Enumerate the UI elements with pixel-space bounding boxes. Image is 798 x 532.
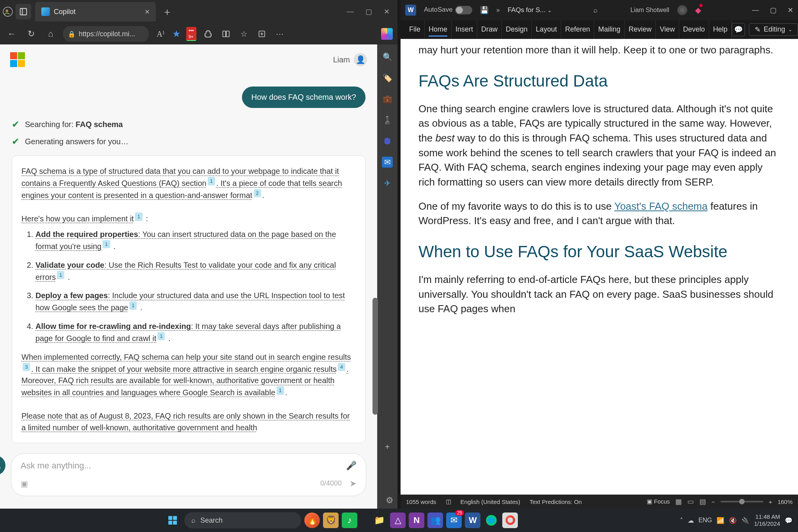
zoom-slider[interactable] [720, 501, 763, 502]
back-button[interactable]: ← [5, 27, 19, 41]
app-icon[interactable]: 🔥 [304, 513, 320, 528]
tabs-sidebar-icon[interactable] [16, 4, 31, 19]
citation-3[interactable]: 3 [23, 363, 30, 371]
doc-link[interactable]: Yoast's FAQ schema [614, 200, 708, 212]
start-button[interactable] [164, 512, 181, 529]
microphone-icon[interactable]: 🎤 [346, 461, 357, 471]
volume-icon[interactable]: 🔇 [729, 517, 737, 524]
lastpass-icon[interactable]: •••9+ [186, 27, 196, 41]
tab-close-icon[interactable]: ✕ [145, 8, 150, 16]
search-icon[interactable]: 🔍 [382, 51, 393, 62]
word-document-body[interactable]: may hurt your retention more than it wil… [401, 39, 798, 495]
tab-home[interactable]: Home [425, 20, 452, 39]
account-avatar-icon[interactable] [677, 5, 687, 15]
menu-icon[interactable]: ⋯ [274, 28, 286, 40]
text-predictions[interactable]: Text Predictions: On [530, 498, 582, 505]
scrollbar-thumb[interactable] [373, 298, 378, 415]
tools-icon[interactable]: 💼 [382, 94, 393, 104]
citation-1[interactable]: 1 [208, 177, 215, 186]
tab-draw[interactable]: Draw [477, 20, 502, 39]
collections-icon[interactable] [256, 28, 268, 40]
onenote-icon[interactable]: N [409, 513, 424, 528]
split-screen-icon[interactable] [220, 28, 232, 40]
wifi-icon[interactable]: 📶 [717, 517, 724, 524]
games-icon[interactable]: ♟️ [382, 115, 393, 125]
favorite-star-icon[interactable]: ★ [172, 28, 181, 39]
tab-design[interactable]: Design [502, 20, 532, 39]
reader-icon[interactable]: A⁾ [154, 28, 167, 40]
outlook-icon[interactable]: ✉ [382, 157, 393, 168]
send-icon[interactable]: ➤ [350, 479, 357, 489]
drop-icon[interactable]: ✈ [382, 178, 393, 189]
battery-icon[interactable]: 🔌 [742, 517, 749, 524]
citation-1[interactable]: 1 [129, 301, 137, 310]
close-icon[interactable]: ✕ [384, 7, 390, 16]
tab-review[interactable]: Review [625, 20, 656, 39]
tab-view[interactable]: View [656, 20, 679, 39]
copilot-launcher-icon[interactable] [381, 28, 393, 40]
close-icon[interactable]: ✕ [787, 6, 793, 14]
app-icon[interactable]: 🦁 [323, 513, 339, 528]
outlook-icon[interactable]: ✉25 [446, 513, 462, 528]
zoom-out-icon[interactable]: − [711, 498, 715, 505]
minimize-icon[interactable]: — [752, 6, 759, 14]
refresh-button[interactable]: ↻ [24, 27, 38, 41]
focus-mode[interactable]: ▣ Focus [647, 498, 670, 505]
clock[interactable]: 11:48 AM1/16/2024 [754, 513, 780, 527]
word-search-icon[interactable]: ⌕ [593, 6, 598, 14]
diamond-icon[interactable]: ◆ [695, 5, 701, 15]
print-layout-icon[interactable]: ▭ [687, 497, 694, 506]
tab-help[interactable]: Help [709, 20, 732, 39]
profile-icon[interactable] [0, 4, 16, 19]
tab-references[interactable]: Referen [561, 20, 594, 39]
tab-insert[interactable]: Insert [452, 20, 477, 39]
m365-icon[interactable] [382, 136, 393, 147]
autosave-toggle[interactable] [455, 6, 472, 14]
file-explorer-icon[interactable]: 📁 [371, 513, 387, 528]
tab-mailings[interactable]: Mailing [594, 20, 625, 39]
word-icon[interactable]: W [465, 513, 480, 528]
spotify-icon[interactable]: ♪ [342, 513, 357, 528]
tab-file[interactable]: File [405, 20, 425, 39]
edge-icon[interactable] [484, 513, 499, 528]
chat-input[interactable]: Ask me anything... [21, 461, 341, 471]
maximize-icon[interactable]: ▢ [770, 6, 777, 14]
new-tab-button[interactable]: ＋ [162, 5, 172, 19]
tab-layout[interactable]: Layout [532, 20, 561, 39]
add-sidebar-icon[interactable]: ＋ [382, 441, 393, 452]
overflow-icon[interactable]: » [496, 7, 500, 14]
save-icon[interactable]: 💾 [480, 6, 489, 14]
comments-button[interactable]: 💬 [732, 23, 745, 36]
favorites-icon[interactable]: ☆ [238, 28, 250, 40]
user-info[interactable]: Liam 👤 [333, 53, 367, 66]
minimize-icon[interactable]: — [347, 7, 354, 16]
maximize-icon[interactable]: ▢ [365, 7, 372, 16]
image-upload-icon[interactable]: ▣ [21, 479, 28, 488]
citation-1[interactable]: 1 [102, 240, 110, 249]
language-status[interactable]: English (United States) [461, 498, 520, 505]
read-mode-icon[interactable]: ▦ [675, 497, 682, 506]
web-layout-icon[interactable]: ▤ [699, 497, 706, 506]
teams-icon[interactable]: 👥 [427, 513, 443, 528]
notifications-icon[interactable]: 💬 [785, 517, 793, 524]
shopping-icon[interactable]: 🏷️ [382, 72, 393, 83]
settings-gear-icon[interactable]: ⚙ [386, 495, 394, 505]
citation-2[interactable]: 2 [254, 189, 261, 198]
app-icon[interactable]: ⭕ [502, 513, 518, 528]
app-icon[interactable]: △ [390, 513, 406, 528]
tab-developer[interactable]: Develo [679, 20, 709, 39]
citation-1[interactable]: 1 [277, 386, 284, 395]
language-indicator[interactable]: ENG [699, 517, 712, 524]
accessibility-icon[interactable]: ◫ [446, 498, 451, 505]
account-name[interactable]: Liam Shotwell [630, 7, 669, 14]
extensions-icon[interactable] [202, 28, 214, 40]
browser-tab[interactable]: Copilot ✕ [35, 2, 156, 21]
home-button[interactable]: ⌂ [44, 27, 58, 41]
tray-chevron-icon[interactable]: ˄ [680, 517, 683, 524]
taskbar-search[interactable]: ⌕ Search [184, 512, 301, 528]
citation-1[interactable]: 1 [157, 332, 165, 341]
document-name[interactable]: FAQs for S... ⌄ [508, 6, 552, 14]
address-bar[interactable]: 🔒 https://copilot.mi... [63, 26, 149, 42]
zoom-level[interactable]: 160% [778, 498, 793, 505]
editing-mode-button[interactable]: ✎ Editing ⌄ [749, 23, 798, 36]
